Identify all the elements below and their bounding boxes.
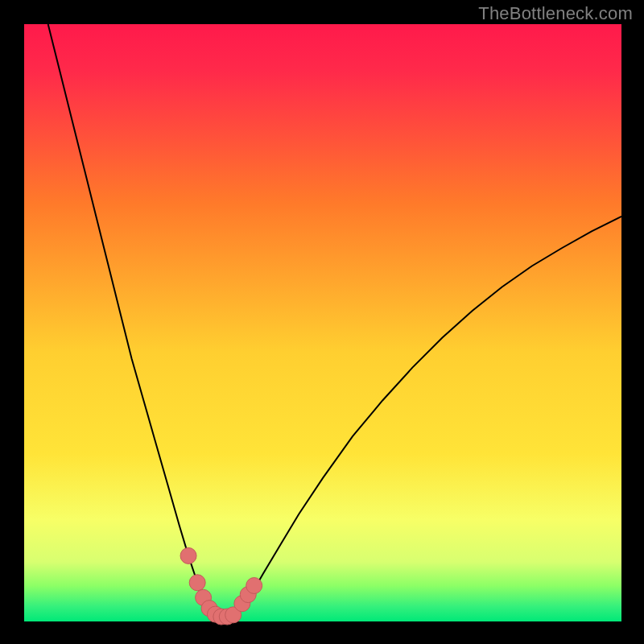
curve-marker	[180, 547, 196, 564]
watermark-text: TheBottleneck.com	[478, 3, 633, 24]
plot-background	[24, 24, 621, 621]
curve-marker	[189, 575, 205, 591]
curve-marker	[246, 577, 262, 593]
chart-frame: TheBottleneck.com	[0, 0, 644, 644]
bottleneck-chart	[0, 0, 644, 644]
